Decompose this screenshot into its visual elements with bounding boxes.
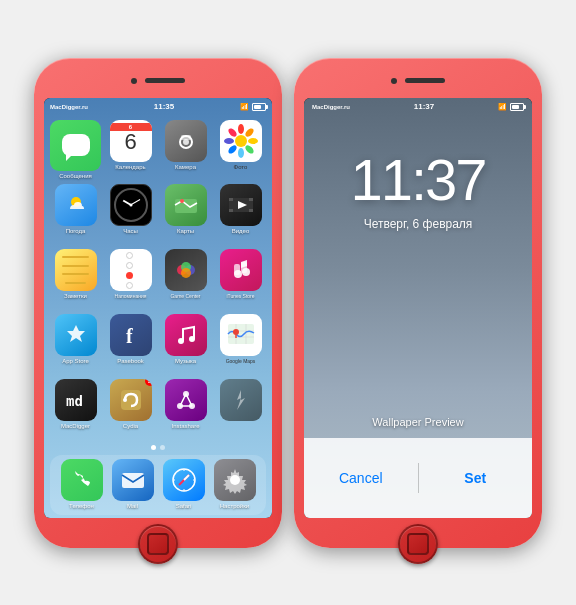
dock-safari[interactable]: Safari [163,459,205,510]
svg-rect-16 [229,198,233,201]
phone-left: MacDigger.ru 11:35 📶 [34,58,282,548]
dock-phone[interactable]: Телефон [61,459,103,510]
lock-screen: MacDigger.ru 11:37 📶 11:37 Четверг, 6 фе… [304,98,532,518]
svg-point-30 [189,336,195,342]
svg-text:md: md [66,393,83,409]
svg-point-2 [183,139,189,145]
svg-point-10 [224,138,234,144]
app-macdigger[interactable]: md MacDigger [50,379,101,440]
dock-mail[interactable]: Mail [112,459,154,510]
top-bar-left [44,68,272,94]
svg-point-8 [238,148,244,158]
lock-buttons: Cancel Set [304,438,532,518]
weather-icon [62,191,90,219]
gamecenter-icon [172,256,200,284]
svg-rect-27 [234,264,240,275]
app-videos[interactable]: Видео [215,184,266,245]
app-instashare[interactable]: Instashare [160,379,211,440]
left-screen: MacDigger.ru 11:35 📶 [44,98,272,518]
wifi-icon-right: 📶 [498,103,507,111]
app-reminders[interactable]: Напоминания [105,249,156,310]
svg-point-23 [181,268,191,278]
facebook-icon: f [117,321,145,349]
dock: Телефон Mail [50,455,266,514]
svg-point-3 [235,135,247,147]
lock-date: Четверг, 6 февраля [364,217,473,231]
app-appstore[interactable]: App Store [50,314,101,375]
lock-time: 11:37 [350,146,485,213]
wifi-icon-left: 📶 [240,103,249,111]
time-right: 11:37 [414,102,434,111]
cancel-button[interactable]: Cancel [304,438,418,518]
wallpaper-label: Wallpaper Preview [372,416,463,428]
svg-text:f: f [126,325,133,347]
app-camera[interactable]: Камера [160,120,211,181]
music-icon [172,321,200,349]
svg-point-5 [243,126,254,137]
svg-rect-18 [229,209,233,212]
svg-point-7 [243,143,254,154]
ios-homescreen: MacDigger.ru 11:35 📶 [44,98,272,518]
speaker-right [405,78,445,83]
home-btn-right[interactable] [304,524,532,564]
settings-icon [221,466,249,494]
itunes-icon [227,256,255,284]
app-maps[interactable]: Карты [160,184,211,245]
carrier-left: MacDigger.ru [50,104,88,110]
app-facebook[interactable]: f Pasebook [105,314,156,375]
app-weather[interactable]: Погода [50,184,101,245]
svg-point-11 [226,126,237,137]
app-calendar[interactable]: 6 6 Календарь [105,120,156,181]
camera-icon [172,127,200,155]
right-screen: MacDigger.ru 11:37 📶 11:37 Четверг, 6 фе… [304,98,532,518]
speaker-left [145,78,185,83]
home-btn-left[interactable] [44,524,272,564]
app-photos[interactable]: Фото [215,120,266,181]
phone-right: MacDigger.ru 11:37 📶 11:37 Четверг, 6 фе… [294,58,542,548]
svg-point-6 [248,138,258,144]
cydia-icon [117,386,145,414]
svg-rect-31 [228,324,254,344]
appstore-icon [62,321,90,349]
app-messages[interactable]: Сообщения [50,120,101,181]
page-dots [44,445,272,450]
svg-point-9 [226,143,237,154]
svg-rect-13 [175,199,197,213]
app-music[interactable]: Музыка [160,314,211,375]
app-broken [215,379,266,440]
battery-right [510,103,524,111]
app-itunes[interactable]: iTunes Store [215,249,266,310]
camera-dot-right [391,78,397,84]
app-notes[interactable]: Заметки [50,249,101,310]
app-grid: Сообщения 6 6 Календарь [44,116,272,444]
phone-icon [68,466,96,494]
svg-rect-39 [122,473,144,488]
svg-point-14 [180,199,184,203]
app-googlemaps[interactable]: Google Maps [215,314,266,375]
app-clock[interactable]: Часы [105,184,156,245]
photos-icon-svg [220,120,262,162]
svg-point-32 [233,329,239,335]
videos-icon [227,191,255,219]
app-gamecenter[interactable]: Game Center [160,249,211,310]
svg-rect-17 [249,198,253,201]
macdigger-icon: md [62,386,90,414]
top-bar-right [304,68,532,94]
status-bar-left: MacDigger.ru 11:35 📶 [44,98,272,116]
dock-settings[interactable]: Настройки [214,459,256,510]
instashare-icon [172,386,200,414]
svg-point-4 [238,124,244,134]
app-cydia[interactable]: 3 Cydia [105,379,156,440]
broken-icon-svg [227,386,255,414]
camera-dot-left [131,78,137,84]
maps-icon [172,191,200,219]
googlemaps-icon-svg [227,321,255,349]
time-left: 11:35 [154,102,174,111]
battery-left [252,103,266,111]
svg-point-29 [178,338,184,344]
svg-rect-19 [249,209,253,212]
carrier-right: MacDigger.ru [312,104,350,110]
lock-status-bar: MacDigger.ru 11:37 📶 [304,98,532,116]
set-button[interactable]: Set [419,438,533,518]
mail-icon [119,466,147,494]
